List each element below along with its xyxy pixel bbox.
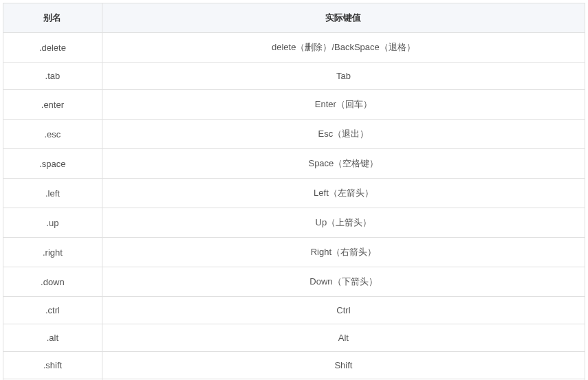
table-row: .ctrlCtrl xyxy=(3,297,585,324)
cell-value: Esc（退出） xyxy=(102,120,585,149)
cell-value: Down（下箭头） xyxy=(102,267,585,297)
cell-alias: .down xyxy=(3,267,102,297)
cell-alias: .delete xyxy=(3,33,102,63)
cell-alias: .alt xyxy=(3,324,102,352)
cell-value: Left（左箭头） xyxy=(102,179,585,208)
table-row: .shiftShift xyxy=(3,352,585,379)
cell-value: Shift xyxy=(102,352,585,379)
table-row: .leftLeft（左箭头） xyxy=(3,179,585,208)
table-header-row: 别名 实际键值 xyxy=(3,3,585,33)
table-row: .spaceSpace（空格键） xyxy=(3,149,585,179)
table-row: .downDown（下箭头） xyxy=(3,267,585,297)
table-row: .upUp（上箭头） xyxy=(3,208,585,238)
header-alias: 别名 xyxy=(3,3,102,33)
table-row: .tabTab xyxy=(3,63,585,90)
table-row: .altAlt xyxy=(3,324,585,352)
cell-value: Enter（回车） xyxy=(102,90,585,120)
table-row: .rightRight（右箭头） xyxy=(3,238,585,267)
cell-alias: .right xyxy=(3,238,102,267)
table-row: .deletedelete（删除）/BackSpace（退格） xyxy=(3,33,585,63)
header-value: 实际键值 xyxy=(102,3,585,33)
cell-alias: .shift xyxy=(3,352,102,379)
cell-value: Tab xyxy=(102,63,585,90)
cell-value: delete（删除）/BackSpace（退格） xyxy=(102,33,585,63)
key-alias-table: 别名 实际键值 .deletedelete（删除）/BackSpace（退格）.… xyxy=(3,3,585,380)
cell-alias: .space xyxy=(3,149,102,179)
cell-alias: .up xyxy=(3,208,102,238)
cell-value: Alt xyxy=(102,324,585,352)
table-row: .escEsc（退出） xyxy=(3,120,585,149)
cell-alias: .left xyxy=(3,179,102,208)
cell-alias: .ctrl xyxy=(3,297,102,324)
cell-value: Up（上箭头） xyxy=(102,208,585,238)
cell-value: Right（右箭头） xyxy=(102,238,585,267)
table-row: .enterEnter（回车） xyxy=(3,90,585,120)
cell-alias: .tab xyxy=(3,63,102,90)
cell-value: Ctrl xyxy=(102,297,585,324)
cell-alias: .enter xyxy=(3,90,102,120)
cell-value: Space（空格键） xyxy=(102,149,585,179)
cell-alias: .esc xyxy=(3,120,102,149)
